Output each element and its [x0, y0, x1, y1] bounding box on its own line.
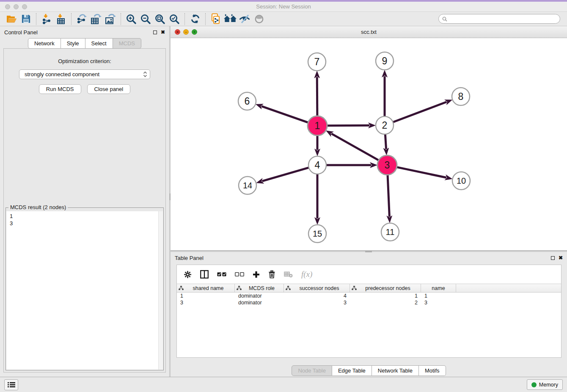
deselect-all-icon[interactable]: [235, 272, 244, 277]
graph-edge-2-8[interactable]: [392, 102, 447, 123]
zoom-out-icon[interactable]: [138, 13, 153, 25]
column-header-name[interactable]: name: [421, 284, 456, 292]
task-history-button[interactable]: [4, 379, 18, 390]
select-all-icon[interactable]: [217, 272, 226, 277]
cell-successor-nodes[interactable]: 3: [284, 300, 350, 306]
import-table-icon[interactable]: [54, 13, 68, 25]
column-header-predecessor-nodes[interactable]: predecessor nodes: [350, 284, 421, 292]
close-panel-icon[interactable]: [161, 30, 165, 35]
graph-edge-1-6[interactable]: [261, 106, 309, 123]
zoom-selected-icon[interactable]: [167, 13, 182, 25]
column-header-shared-name[interactable]: shared name: [177, 284, 235, 292]
tab-motifs[interactable]: Motifs: [419, 365, 446, 376]
optimization-criterion-label: Optimization criterion:: [4, 58, 165, 64]
graph-edge-3-1[interactable]: [331, 134, 380, 161]
graph-node-14[interactable]: 14: [239, 177, 256, 194]
column-header-successor-nodes[interactable]: successor nodes: [284, 284, 350, 292]
save-session-icon[interactable]: [19, 13, 33, 25]
graph-edge-3-11[interactable]: [388, 174, 389, 217]
tab-select[interactable]: Select: [85, 38, 113, 49]
cell-predecessor-nodes[interactable]: 2: [350, 300, 421, 306]
float-panel-icon[interactable]: [551, 256, 555, 260]
graph-node-8[interactable]: 8: [452, 88, 470, 105]
graph-node-3[interactable]: 3: [377, 155, 397, 175]
cell-shared-name[interactable]: 3: [177, 300, 235, 306]
zoom-in-icon[interactable]: [124, 13, 138, 25]
graph-node-15[interactable]: 15: [308, 225, 326, 243]
criterion-select[interactable]: strongly connected component: [19, 69, 150, 79]
window-title: Session: New Session: [0, 3, 567, 10]
graph-node-11[interactable]: 11: [381, 223, 399, 241]
show-hide-view-icon[interactable]: [252, 13, 266, 25]
criterion-select-value: strongly connected component: [25, 71, 143, 77]
clone-network-icon[interactable]: [209, 13, 223, 25]
result-scrollbar[interactable]: [158, 211, 163, 370]
graph-node-4[interactable]: 4: [308, 156, 326, 174]
export-table-icon[interactable]: [89, 13, 103, 25]
tab-edge-table[interactable]: Edge Table: [332, 365, 372, 376]
export-image-icon[interactable]: [103, 13, 118, 25]
search-field[interactable]: [438, 14, 560, 24]
mcds-result-text: 1 3: [6, 211, 163, 228]
delete-column-icon[interactable]: [268, 270, 275, 279]
cell-name[interactable]: 1: [421, 293, 456, 299]
add-column-icon[interactable]: [253, 271, 260, 278]
toolbar-separator: [121, 13, 121, 25]
tab-node-table[interactable]: Node Table: [292, 365, 332, 376]
mcds-result-area[interactable]: 1 3: [6, 211, 163, 370]
refresh-layout-icon[interactable]: [188, 13, 202, 25]
graph-node-9[interactable]: 9: [376, 52, 394, 70]
search-input[interactable]: [449, 16, 556, 22]
export-network-icon[interactable]: [74, 13, 89, 25]
cell-name[interactable]: 3: [421, 300, 456, 306]
table-row[interactable]: 1dominator411: [177, 293, 561, 299]
column-header-mcds-role[interactable]: MCDS role: [235, 284, 284, 292]
table-row[interactable]: 3dominator323: [177, 299, 561, 306]
cell-mcds-role[interactable]: dominator: [235, 293, 284, 299]
close-panel-icon[interactable]: [559, 255, 563, 260]
run-mcds-button[interactable]: Run MCDS: [39, 84, 81, 94]
table-rows: 1dominator4113dominator323: [177, 293, 561, 306]
network-canvas[interactable]: 7968124314101511: [171, 38, 567, 250]
graph-edge-3-10[interactable]: [396, 167, 446, 177]
node-label: 8: [458, 91, 464, 102]
graph-edge-4-14[interactable]: [262, 167, 310, 181]
graph-node-6[interactable]: 6: [238, 92, 256, 110]
close-panel-button[interactable]: Close panel: [87, 84, 131, 94]
splitter-grip[interactable]: [365, 251, 372, 252]
cell-successor-nodes[interactable]: 4: [284, 293, 350, 299]
open-session-icon[interactable]: [4, 13, 19, 25]
graph-node-10[interactable]: 10: [452, 172, 470, 190]
network-graph[interactable]: 7968124314101511: [171, 38, 566, 250]
tab-network[interactable]: Network: [28, 38, 61, 49]
tab-mcds[interactable]: MCDS: [113, 38, 141, 49]
show-columns-icon[interactable]: [200, 270, 209, 279]
graph-edge-1-7[interactable]: [317, 77, 317, 117]
cell-mcds-role[interactable]: dominator: [235, 300, 284, 306]
node-label: 10: [457, 176, 466, 185]
hierarchy-icon: [286, 286, 291, 290]
panel-splitter-horizontal[interactable]: [171, 251, 567, 252]
settings-gear-icon[interactable]: [184, 271, 192, 279]
float-panel-icon[interactable]: [153, 30, 157, 34]
graph-edge-2-3[interactable]: [385, 133, 386, 149]
tab-style[interactable]: Style: [61, 38, 85, 49]
import-network-icon[interactable]: [39, 13, 54, 25]
memory-status-icon: [531, 382, 537, 387]
network-close-icon[interactable]: [175, 29, 180, 35]
zoom-fit-icon[interactable]: [153, 13, 167, 25]
network-minimize-icon[interactable]: [183, 29, 189, 35]
network-maximize-icon[interactable]: [192, 29, 197, 35]
home-icon[interactable]: [223, 13, 237, 25]
mcds-result-box: MCDS result (2 nodes) 1 3: [6, 207, 164, 370]
graph-node-1[interactable]: 1: [308, 116, 327, 135]
cell-shared-name[interactable]: 1: [177, 293, 235, 299]
memory-button[interactable]: Memory: [527, 379, 563, 390]
graph-node-7[interactable]: 7: [308, 53, 326, 71]
tab-network-table[interactable]: Network Table: [372, 365, 419, 376]
hide-selected-icon[interactable]: [237, 13, 252, 25]
cell-predecessor-nodes[interactable]: 1: [350, 293, 421, 299]
network-window-titlebar[interactable]: scc.txt: [171, 26, 567, 38]
graph-node-2[interactable]: 2: [376, 116, 394, 134]
graph-edge-1-2[interactable]: [326, 125, 369, 126]
